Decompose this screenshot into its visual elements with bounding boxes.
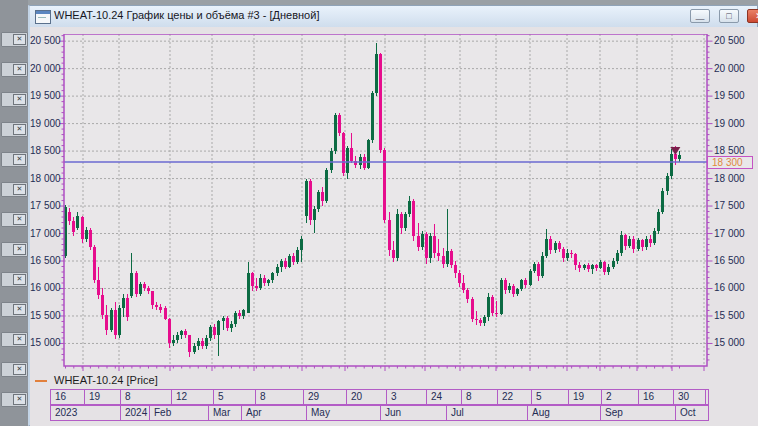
price-axis-label: 18 000 bbox=[30, 173, 60, 184]
maximize-button[interactable]: □ bbox=[719, 9, 739, 23]
candle-body bbox=[495, 313, 498, 314]
candle-body bbox=[475, 319, 478, 321]
candle-body bbox=[251, 273, 254, 286]
close-icon[interactable]: ✕ bbox=[13, 94, 26, 105]
candle-body bbox=[400, 214, 403, 228]
candle-body bbox=[383, 150, 386, 220]
candle-body bbox=[147, 288, 150, 291]
candle-body bbox=[554, 243, 557, 250]
candle-body bbox=[566, 253, 569, 258]
candle-body bbox=[500, 280, 503, 314]
close-icon[interactable]: ✕ bbox=[13, 364, 26, 375]
candle-body bbox=[263, 278, 266, 283]
candle-body bbox=[97, 280, 100, 295]
screen: ✕✕✕✕✕✕✕✕✕✕✕✕✕ WHEAT-10.24 График цены и … bbox=[0, 0, 758, 426]
candle-body bbox=[76, 216, 79, 228]
date-axis-month-cell: Apr bbox=[241, 406, 306, 420]
date-axis-day-cell: 5 bbox=[213, 390, 255, 404]
close-icon[interactable]: ✕ bbox=[13, 274, 26, 285]
price-axis-label: 15 500 bbox=[714, 310, 758, 321]
candle-body bbox=[483, 317, 486, 323]
candle-body bbox=[164, 308, 167, 319]
title-bar[interactable]: WHEAT-10.24 График цены и объёма #3 - [Д… bbox=[30, 6, 757, 28]
candle-body bbox=[603, 262, 606, 272]
price-axis-label: 17 000 bbox=[714, 228, 758, 239]
chart-client-area: 20 50020 00019 50019 00018 50018 00017 5… bbox=[30, 27, 758, 426]
candle-body bbox=[197, 341, 200, 346]
close-icon[interactable]: ✕ bbox=[13, 154, 26, 165]
candle-body bbox=[217, 321, 220, 335]
candle-body bbox=[193, 346, 196, 351]
candle-body bbox=[425, 234, 428, 259]
candle-body bbox=[392, 250, 395, 258]
candle-body bbox=[574, 254, 577, 265]
candle-body bbox=[72, 221, 75, 233]
candle-body bbox=[616, 253, 619, 261]
date-axis-day-cell: 20 bbox=[346, 390, 386, 404]
price-chart-plot[interactable] bbox=[58, 34, 715, 374]
close-icon[interactable]: ✕ bbox=[13, 334, 26, 345]
candle-body bbox=[545, 239, 548, 255]
candle-body bbox=[184, 331, 187, 335]
candle-body bbox=[222, 318, 225, 322]
candle-body bbox=[81, 217, 84, 239]
date-axis-day-cell: 8 bbox=[461, 390, 497, 404]
legend-label[interactable]: WHEAT-10.24 [Price] bbox=[54, 374, 158, 386]
date-axis-day-cell: 12 bbox=[171, 390, 213, 404]
candle-body bbox=[666, 176, 669, 191]
date-axis-day-cell: 16 bbox=[51, 390, 84, 404]
price-axis-label: 15 500 bbox=[30, 310, 60, 321]
candle-body bbox=[558, 243, 561, 248]
date-axis-month-cell: Sep bbox=[600, 406, 675, 420]
candle-body bbox=[641, 240, 644, 247]
background-panel-bar: ✕ bbox=[1, 152, 28, 167]
candle-body bbox=[342, 133, 345, 173]
candle-body bbox=[442, 256, 445, 264]
candle-body bbox=[213, 327, 216, 335]
candle-body bbox=[657, 212, 660, 231]
candle-body bbox=[678, 155, 681, 159]
price-axis-label: 18 500 bbox=[30, 145, 60, 156]
candle-body bbox=[412, 201, 415, 237]
close-icon[interactable]: ✕ bbox=[13, 244, 26, 255]
candle-body bbox=[255, 286, 258, 289]
minimize-button[interactable]: — bbox=[690, 9, 710, 23]
candle-body bbox=[325, 170, 328, 200]
candle-body bbox=[143, 284, 146, 288]
close-icon[interactable]: ✕ bbox=[13, 64, 26, 75]
candle-body bbox=[578, 265, 581, 267]
close-icon[interactable]: ✕ bbox=[13, 124, 26, 135]
close-icon[interactable]: ✕ bbox=[13, 214, 26, 225]
candle-body bbox=[516, 289, 519, 294]
price-axis-label: 18 500 bbox=[714, 145, 758, 156]
candle-body bbox=[462, 283, 465, 290]
candle-body bbox=[300, 239, 303, 250]
candle-body bbox=[93, 247, 96, 280]
candle-body bbox=[466, 290, 469, 300]
candle-body bbox=[188, 335, 191, 351]
candle-body bbox=[537, 264, 540, 276]
close-icon[interactable]: ✕ bbox=[13, 304, 26, 315]
candle-body bbox=[259, 278, 262, 289]
candle-body bbox=[612, 261, 615, 266]
date-axis-day-cell: 24 bbox=[426, 390, 461, 404]
background-panel-bar: ✕ bbox=[1, 182, 28, 197]
close-button[interactable]: ✕ bbox=[747, 9, 758, 23]
candle-body bbox=[234, 313, 237, 324]
chart-window-icon bbox=[35, 10, 51, 24]
candle-body bbox=[334, 115, 337, 151]
close-icon[interactable]: ✕ bbox=[13, 34, 26, 45]
candle-body bbox=[624, 235, 627, 246]
close-icon[interactable]: ✕ bbox=[13, 394, 26, 405]
candle-body bbox=[508, 286, 511, 290]
date-axis-day-cell: 8 bbox=[120, 390, 171, 404]
date-axis-day-cell: 19 bbox=[84, 390, 120, 404]
candle-body bbox=[429, 236, 432, 258]
candle-body bbox=[471, 299, 474, 318]
close-icon[interactable]: ✕ bbox=[13, 184, 26, 195]
candle-body bbox=[130, 273, 133, 296]
candle-body bbox=[628, 239, 631, 246]
candle-body bbox=[101, 295, 104, 315]
candle-body bbox=[68, 212, 71, 221]
background-panel-bar: ✕ bbox=[1, 212, 28, 227]
